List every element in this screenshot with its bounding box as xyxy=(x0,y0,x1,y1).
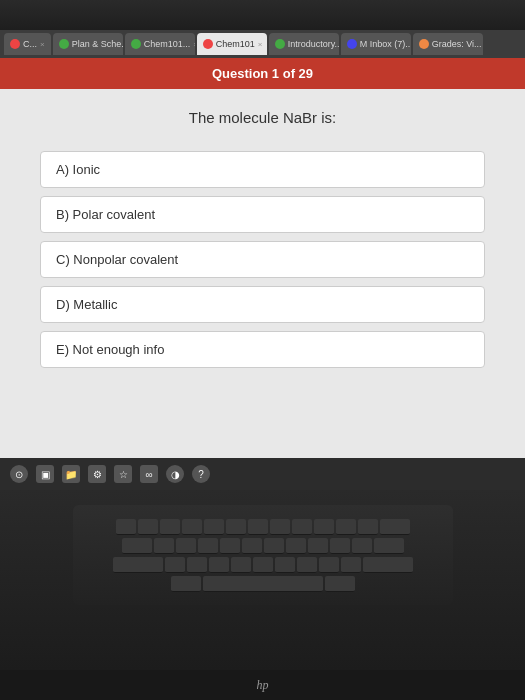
key xyxy=(165,557,185,573)
key xyxy=(314,519,334,535)
key xyxy=(220,538,240,554)
key xyxy=(116,519,136,535)
tab-4[interactable]: Chem101 × xyxy=(197,33,267,55)
answer-d-label: D) Metallic xyxy=(56,297,117,312)
tab-7-label: Grades: Vi... xyxy=(432,39,482,49)
key xyxy=(292,519,312,535)
key xyxy=(336,519,356,535)
tab-2-label: Plan & Sche... xyxy=(72,39,123,49)
key xyxy=(286,538,306,554)
key xyxy=(253,557,273,573)
quiz-container: Question 1 of 29 The molecule NaBr is: A… xyxy=(0,58,525,458)
laptop-bezel-top xyxy=(0,0,525,30)
question-progress: Question 1 of 29 xyxy=(212,66,313,81)
browser-tab-bar: C... × Plan & Sche... × Chem101... × Che… xyxy=(0,30,525,58)
taskbar-browser-icon[interactable]: ◑ xyxy=(166,465,184,483)
key xyxy=(209,557,229,573)
tab-5-icon xyxy=(275,39,285,49)
key xyxy=(154,538,174,554)
tab-6-label: M Inbox (7)... xyxy=(360,39,411,49)
tab-5[interactable]: Introductory... × xyxy=(269,33,339,55)
key xyxy=(187,557,207,573)
taskbar-files-icon[interactable]: 📁 xyxy=(62,465,80,483)
key xyxy=(264,538,284,554)
key xyxy=(374,538,404,554)
key xyxy=(308,538,328,554)
key-row-3 xyxy=(113,557,413,573)
key xyxy=(204,519,224,535)
tab-3-close[interactable]: × xyxy=(193,40,194,49)
key xyxy=(122,538,152,554)
quiz-body: The molecule NaBr is: A) Ionic B) Polar … xyxy=(0,89,525,396)
taskbar-search-icon[interactable]: ⊙ xyxy=(10,465,28,483)
key xyxy=(226,519,246,535)
key-row-2 xyxy=(122,538,404,554)
tab-4-label: Chem101 xyxy=(216,39,255,49)
taskbar-infinity-icon[interactable]: ∞ xyxy=(140,465,158,483)
key xyxy=(270,519,290,535)
tab-7[interactable]: Grades: Vi... × xyxy=(413,33,483,55)
answer-b-label: B) Polar covalent xyxy=(56,207,155,222)
key xyxy=(113,557,163,573)
taskbar-settings-icon[interactable]: ⚙ xyxy=(88,465,106,483)
key xyxy=(341,557,361,573)
tab-1[interactable]: C... × xyxy=(4,33,51,55)
tab-3-icon xyxy=(131,39,141,49)
keyboard-area xyxy=(0,490,525,670)
tab-3-label: Chem101... xyxy=(144,39,191,49)
hp-logo: hp xyxy=(253,675,273,695)
key xyxy=(352,538,372,554)
tab-2-icon xyxy=(59,39,69,49)
key-row-1 xyxy=(116,519,410,535)
key xyxy=(319,557,339,573)
key xyxy=(358,519,378,535)
answer-option-e[interactable]: E) Not enough info xyxy=(40,331,485,368)
quiz-header: Question 1 of 29 xyxy=(0,58,525,89)
laptop-bottom-bezel: hp xyxy=(0,670,525,700)
tab-1-icon xyxy=(10,39,20,49)
tab-2[interactable]: Plan & Sche... × xyxy=(53,33,123,55)
question-text: The molecule NaBr is: xyxy=(40,109,485,126)
key xyxy=(138,519,158,535)
tab-1-close[interactable]: × xyxy=(40,40,45,49)
key xyxy=(248,519,268,535)
answer-e-label: E) Not enough info xyxy=(56,342,164,357)
key xyxy=(325,576,355,592)
taskbar-help-icon[interactable]: ? xyxy=(192,465,210,483)
key xyxy=(198,538,218,554)
key xyxy=(171,576,201,592)
tab-1-label: C... xyxy=(23,39,37,49)
answer-option-d[interactable]: D) Metallic xyxy=(40,286,485,323)
answer-c-label: C) Nonpolar covalent xyxy=(56,252,178,267)
tab-4-close[interactable]: × xyxy=(258,40,263,49)
answer-option-c[interactable]: C) Nonpolar covalent xyxy=(40,241,485,278)
taskbar-start-icon[interactable]: ▣ xyxy=(36,465,54,483)
tab-6[interactable]: M Inbox (7)... × xyxy=(341,33,411,55)
key xyxy=(182,519,202,535)
tab-3[interactable]: Chem101... × xyxy=(125,33,195,55)
key xyxy=(231,557,251,573)
answer-option-a[interactable]: A) Ionic xyxy=(40,151,485,188)
key xyxy=(160,519,180,535)
tab-4-icon xyxy=(203,39,213,49)
answer-a-label: A) Ionic xyxy=(56,162,100,177)
key xyxy=(297,557,317,573)
key xyxy=(330,538,350,554)
tab-5-label: Introductory... xyxy=(288,39,339,49)
key xyxy=(242,538,262,554)
key xyxy=(380,519,410,535)
key-row-4 xyxy=(171,576,355,592)
spacebar-key xyxy=(203,576,323,592)
keyboard-visual xyxy=(73,505,453,605)
taskbar-star-icon[interactable]: ☆ xyxy=(114,465,132,483)
answer-option-b[interactable]: B) Polar covalent xyxy=(40,196,485,233)
taskbar: ⊙ ▣ 📁 ⚙ ☆ ∞ ◑ ? xyxy=(0,458,525,490)
tab-6-icon xyxy=(347,39,357,49)
key xyxy=(363,557,413,573)
key xyxy=(275,557,295,573)
tab-7-icon xyxy=(419,39,429,49)
key xyxy=(176,538,196,554)
